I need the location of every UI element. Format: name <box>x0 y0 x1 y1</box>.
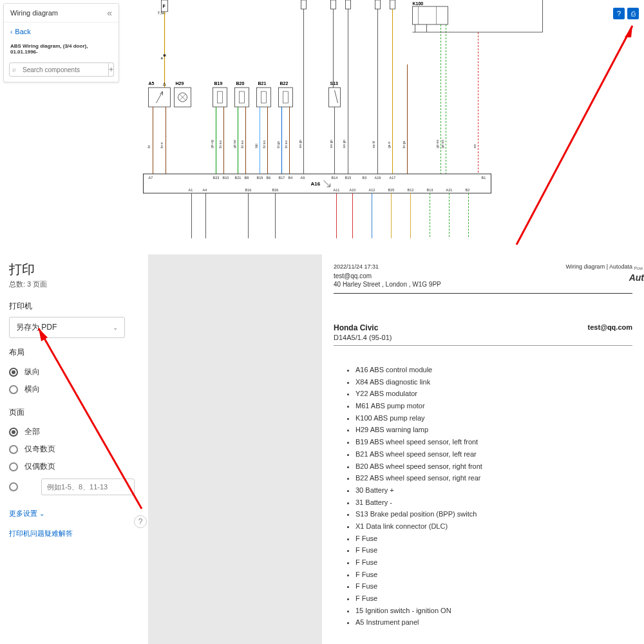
svg-text:B12: B12 <box>408 188 414 192</box>
powered-label: Pow <box>634 266 643 270</box>
layout-portrait-radio[interactable]: 纵向 <box>9 363 139 381</box>
back-arrow-icon: ‹ <box>10 28 12 35</box>
list-item: F Fuse <box>355 580 632 592</box>
layout-label: 布局 <box>9 347 139 358</box>
top-icons: ? ⎙ <box>613 8 639 19</box>
collapse-icon[interactable]: « <box>107 8 112 18</box>
list-item: B19 ABS wheel speed sensor, left front <box>355 436 632 448</box>
svg-text:A10: A10 <box>350 188 356 192</box>
pages-all-radio[interactable]: 全部 <box>9 423 139 440</box>
radio-icon <box>9 462 18 471</box>
svg-text:B26: B26 <box>272 188 279 192</box>
svg-text:B16: B16 <box>245 188 252 192</box>
svg-text:B4: B4 <box>289 176 293 180</box>
svg-text:B1: B1 <box>482 176 486 180</box>
search-input[interactable] <box>9 62 109 77</box>
svg-rect-42 <box>240 91 245 103</box>
svg-rect-37 <box>218 91 223 103</box>
svg-text:br ge: br ge <box>402 140 406 148</box>
vehicle-model: D14A5/1.4 (95-01) <box>334 334 392 341</box>
svg-text:B2: B2 <box>466 188 470 192</box>
pages-custom-radio[interactable] <box>9 475 139 498</box>
list-item: S13 Brake pedal position (BPP) switch <box>355 508 632 520</box>
svg-text:A17: A17 <box>390 176 396 180</box>
print-icon[interactable]: ⎙ <box>627 8 639 19</box>
radio-icon <box>9 445 18 454</box>
pages-range-input[interactable] <box>41 478 135 495</box>
list-item: A5 Instrument panel <box>355 616 632 629</box>
svg-rect-7 <box>390 0 395 9</box>
search-icon: ⌕ <box>12 66 16 73</box>
svg-text:ws gn: ws gn <box>298 140 302 148</box>
list-item: M61 ABS pump motor <box>355 400 632 412</box>
svg-text:B19: B19 <box>214 81 223 86</box>
list-item: B21 ABS wheel speed sensor, left rear <box>355 448 632 460</box>
svg-rect-3 <box>301 0 307 9</box>
svg-text:br: br <box>147 145 151 148</box>
pages-label: 页面 <box>9 407 139 418</box>
layout-landscape-radio[interactable]: 横向 <box>9 381 139 398</box>
svg-rect-4 <box>331 0 336 9</box>
svg-text:ws: ws <box>473 144 477 148</box>
help-icon[interactable]: ? <box>613 8 625 19</box>
svg-text:br ws: br ws <box>284 140 288 148</box>
preview-page: 2022/11/24 17:31 Wiring diagram | Autoda… <box>322 254 644 644</box>
back-label: Back <box>15 28 30 35</box>
svg-text:A7: A7 <box>149 176 153 180</box>
svg-text:H29: H29 <box>176 81 184 86</box>
svg-rect-41 <box>235 88 249 107</box>
svg-text:B22: B22 <box>280 81 289 86</box>
radio-label: 横向 <box>24 384 40 395</box>
svg-text:A12: A12 <box>369 188 375 192</box>
svg-line-57 <box>335 90 338 103</box>
svg-text:A16: A16 <box>311 181 321 187</box>
list-item: H29 ABS warning lamp <box>355 424 632 436</box>
svg-text:hbl: hbl <box>254 144 258 148</box>
svg-text:ge rt: ge rt <box>387 141 391 148</box>
add-button[interactable]: + <box>109 62 114 77</box>
svg-point-20 <box>164 54 166 57</box>
list-item: Y22 ABS modulator <box>355 388 632 400</box>
svg-text:B21: B21 <box>258 81 267 86</box>
pages-odd-radio[interactable]: 仅奇数页 <box>9 440 139 458</box>
svg-text:gn ws: gn ws <box>440 139 444 148</box>
svg-text:ws gn: ws gn <box>342 140 346 148</box>
back-link[interactable]: ‹ Back <box>4 23 118 41</box>
list-item: A16 ABS control module <box>355 364 632 376</box>
svg-rect-51 <box>279 88 293 107</box>
help-circle-icon[interactable]: ? <box>134 515 147 528</box>
sidebar-panel: Wiring diagram « ‹ Back ABS Wiring diagr… <box>3 3 119 82</box>
print-subtitle: 总数: 3 页面 <box>9 279 139 289</box>
svg-text:K100: K100 <box>413 1 424 6</box>
svg-text:A1: A1 <box>189 188 193 192</box>
more-settings-link[interactable]: 更多设置 <box>9 509 139 518</box>
pages-even-radio[interactable]: 仅偶数页 <box>9 458 139 475</box>
layout-radio-group: 纵向 横向 <box>9 363 139 398</box>
svg-rect-52 <box>283 91 289 103</box>
svg-text:br ws: br ws <box>218 140 222 148</box>
autodata-logo: Aut <box>629 272 644 283</box>
list-item: 31 Battery - <box>355 497 632 509</box>
component-list: A16 ABS control moduleX84 ABS diagnostic… <box>334 364 632 629</box>
svg-text:△: △ <box>162 82 166 86</box>
svg-rect-9 <box>413 6 448 24</box>
printer-select[interactable]: 另存为 PDF ⌄ <box>9 317 125 338</box>
svg-text:gn og: gn og <box>210 140 214 148</box>
list-item: B20 ABS wheel speed sensor, right front <box>355 460 632 473</box>
printer-value: 另存为 PDF <box>16 322 57 333</box>
list-item: F Fuse <box>355 556 632 569</box>
svg-text:br ws: br ws <box>240 140 244 148</box>
list-item: F Fuse <box>355 544 632 556</box>
list-item: B22 ABS wheel speed sensor, right rear <box>355 472 632 484</box>
wiring-diagram[interactable]: F 7,5A K100 <box>129 0 628 245</box>
svg-text:B6: B6 <box>267 176 271 180</box>
panel-title: Wiring diagram <box>10 9 58 17</box>
preview-address: 40 Harley Street , London , W1G 9PP <box>334 281 632 288</box>
troubleshoot-link[interactable]: 打印机问题疑难解答 <box>9 529 139 538</box>
list-item: X1 Data link connector (DLC) <box>355 520 632 533</box>
printer-label: 打印机 <box>9 301 139 312</box>
svg-text:B19: B19 <box>257 176 263 180</box>
vehicle-name: Honda Civic <box>334 323 392 332</box>
svg-rect-36 <box>213 88 227 107</box>
svg-text:B14: B14 <box>332 176 338 180</box>
